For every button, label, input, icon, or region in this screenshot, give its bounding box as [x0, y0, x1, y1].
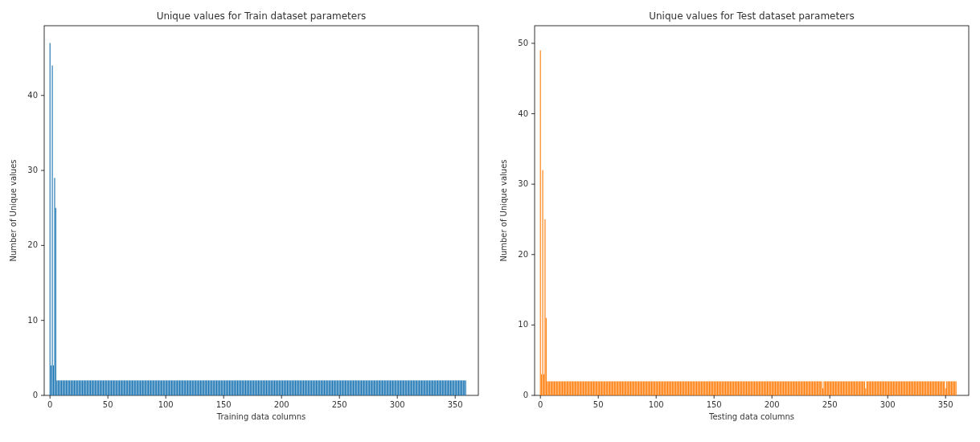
svg-rect-482 [646, 381, 647, 395]
svg-rect-334 [435, 380, 436, 395]
svg-rect-218 [301, 380, 301, 395]
svg-rect-640 [830, 381, 830, 395]
svg-rect-476 [639, 381, 640, 395]
svg-rect-261 [351, 380, 351, 395]
svg-rect-102 [166, 380, 167, 395]
svg-rect-11 [61, 380, 62, 395]
svg-rect-81 [142, 380, 143, 395]
svg-rect-295 [390, 380, 391, 395]
svg-rect-530 [702, 381, 703, 395]
svg-rect-249 [337, 380, 338, 395]
svg-rect-648 [839, 381, 839, 395]
svg-rect-705 [904, 381, 905, 395]
svg-text:300: 300 [880, 400, 896, 409]
svg-rect-466 [628, 381, 629, 395]
svg-rect-206 [287, 380, 288, 395]
svg-rect-428 [584, 381, 584, 395]
svg-rect-591 [773, 381, 773, 395]
svg-rect-152 [224, 380, 225, 395]
svg-rect-687 [884, 381, 884, 395]
svg-rect-346 [449, 380, 449, 395]
svg-rect-309 [406, 380, 407, 395]
svg-rect-197 [277, 380, 277, 395]
svg-rect-671 [865, 388, 866, 395]
svg-rect-676 [871, 381, 871, 395]
svg-rect-302 [398, 380, 399, 395]
svg-rect-141 [211, 380, 212, 395]
svg-rect-115 [182, 380, 182, 395]
svg-text:0: 0 [523, 391, 528, 399]
svg-rect-512 [681, 381, 682, 395]
svg-rect-483 [648, 381, 649, 395]
svg-rect-194 [273, 380, 274, 395]
svg-rect-653 [844, 381, 845, 395]
svg-text:150: 150 [216, 400, 232, 409]
svg-rect-104 [169, 380, 170, 395]
svg-rect-167 [242, 380, 243, 395]
svg-rect-299 [395, 380, 396, 395]
svg-rect-560 [736, 381, 737, 395]
chart-title-train: Unique values for Train dataset paramete… [44, 10, 478, 22]
svg-rect-432 [588, 381, 589, 395]
svg-rect-156 [229, 380, 230, 395]
svg-rect-163 [237, 380, 238, 395]
svg-rect-95 [158, 380, 159, 395]
svg-rect-90 [153, 380, 154, 395]
svg-text:Training data columns: Training data columns [216, 412, 305, 421]
svg-rect-69 [129, 380, 129, 395]
svg-rect-248 [335, 380, 336, 395]
svg-rect-273 [364, 380, 365, 395]
svg-rect-713 [914, 381, 915, 395]
svg-rect-421 [576, 381, 576, 395]
svg-rect-402 [554, 381, 555, 395]
svg-rect-150 [222, 380, 223, 395]
svg-rect-550 [725, 381, 726, 395]
svg-rect-409 [562, 381, 563, 395]
svg-rect-697 [896, 381, 896, 395]
svg-rect-414 [568, 381, 568, 395]
svg-rect-592 [774, 381, 775, 395]
svg-rect-629 [817, 381, 818, 395]
svg-rect-132 [201, 380, 202, 395]
svg-rect-636 [825, 381, 826, 395]
svg-rect-601 [784, 381, 785, 395]
svg-rect-268 [359, 380, 359, 395]
svg-rect-92 [155, 380, 156, 395]
svg-rect-17 [68, 380, 69, 395]
svg-rect-553 [728, 381, 729, 395]
svg-rect-519 [689, 381, 690, 395]
svg-rect-706 [906, 381, 907, 395]
svg-rect-178 [255, 380, 256, 395]
svg-rect-664 [857, 381, 858, 395]
svg-rect-480 [644, 381, 645, 395]
svg-rect-274 [366, 380, 367, 395]
svg-rect-78 [139, 380, 140, 395]
svg-rect-626 [813, 381, 814, 395]
svg-rect-465 [627, 381, 628, 395]
svg-rect-481 [646, 381, 646, 395]
svg-rect-513 [683, 381, 683, 395]
svg-rect-740 [945, 388, 946, 395]
svg-rect-445 [604, 381, 605, 395]
svg-rect-175 [251, 380, 252, 395]
svg-rect-359 [464, 380, 465, 395]
svg-rect-678 [873, 381, 874, 395]
svg-rect-673 [867, 381, 868, 395]
svg-rect-316 [414, 380, 415, 395]
svg-rect-457 [617, 381, 618, 395]
svg-rect-505 [673, 381, 674, 395]
svg-rect-617 [803, 381, 804, 395]
svg-rect-393 [543, 374, 544, 395]
svg-rect-207 [288, 380, 289, 395]
svg-rect-542 [716, 381, 717, 395]
svg-rect-311 [408, 380, 409, 395]
svg-rect-531 [703, 381, 704, 395]
svg-rect-604 [788, 381, 789, 395]
svg-rect-172 [248, 380, 248, 395]
svg-rect-231 [316, 380, 317, 395]
svg-rect-22 [74, 380, 75, 395]
svg-rect-289 [383, 380, 383, 395]
svg-rect-30 [83, 380, 84, 395]
svg-rect-743 [949, 381, 949, 395]
svg-rect-735 [939, 381, 940, 395]
